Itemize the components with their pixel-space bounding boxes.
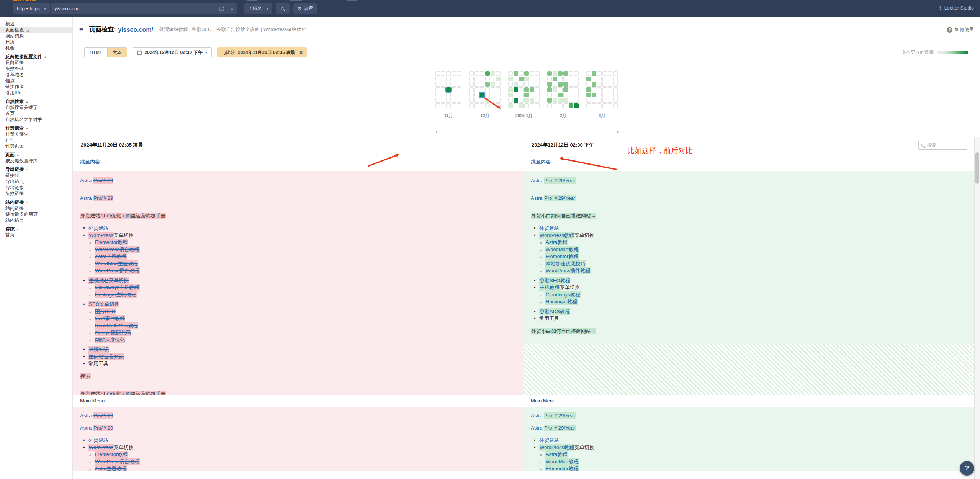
calendar-day-cell[interactable] bbox=[597, 71, 602, 76]
diff-run-add[interactable]: 网站加速优化技巧 bbox=[545, 260, 586, 267]
diff-run-add[interactable]: Cloudways教程 bbox=[545, 291, 581, 298]
diff-link[interactable]: Astra bbox=[80, 413, 93, 419]
sidebar-item-linked-authors[interactable]: 链接作者 bbox=[0, 84, 72, 90]
calendar-day-cell[interactable] bbox=[563, 98, 568, 103]
sidebar-item-organic-search[interactable]: 自然搜索▲ bbox=[0, 98, 72, 105]
calendar-day-cell[interactable] bbox=[608, 71, 612, 76]
calendar-day-cell[interactable] bbox=[602, 87, 607, 92]
inspected-domain-link[interactable]: ylsseo.com/ bbox=[118, 26, 153, 33]
calendar-day-cell[interactable] bbox=[441, 87, 445, 92]
diff-link[interactable]: 跳至内容 bbox=[80, 159, 100, 165]
calendar-day-cell[interactable] bbox=[435, 77, 440, 81]
sidebar-item-broken-backlinks[interactable]: 失效外链 bbox=[0, 66, 72, 72]
calendar-day-cell[interactable] bbox=[574, 71, 579, 76]
calendar-day-cell[interactable] bbox=[586, 103, 591, 108]
calendar-day-cell[interactable] bbox=[508, 71, 513, 76]
sidebar-item-ads[interactable]: 广告 bbox=[0, 137, 72, 143]
calendar-day-cell[interactable] bbox=[496, 103, 501, 108]
calendar-day-cell[interactable] bbox=[608, 93, 612, 97]
diff-run-add[interactable]: WoodMart教程 bbox=[545, 458, 579, 465]
calendar-day-cell[interactable] bbox=[519, 77, 524, 81]
calendar-day-cell[interactable] bbox=[452, 98, 456, 103]
calendar-day-cell[interactable] bbox=[597, 77, 602, 81]
calendar-day-cell[interactable] bbox=[553, 77, 557, 81]
calendar-day-cell[interactable] bbox=[558, 82, 563, 87]
calendar-day-cell[interactable] bbox=[530, 87, 534, 92]
calendar-day-cell[interactable] bbox=[508, 98, 513, 103]
looker-studio-link[interactable]: Looker Studio bbox=[937, 5, 974, 11]
diff-run-del[interactable]: Google跟踪代码 bbox=[95, 329, 131, 336]
sidebar-item-internal-links[interactable]: 站内链接▲ bbox=[0, 199, 72, 206]
calendar-day-cell[interactable] bbox=[535, 98, 540, 103]
calendar-day-cell[interactable] bbox=[485, 103, 490, 108]
calendar-day-cell[interactable] bbox=[435, 71, 440, 76]
calendar-day-cell[interactable] bbox=[514, 103, 518, 108]
calendar-day-cell[interactable] bbox=[535, 77, 540, 81]
calendar-day-cell[interactable] bbox=[446, 77, 451, 81]
calendar-day-cell[interactable] bbox=[535, 71, 540, 76]
calendar-day-cell[interactable] bbox=[496, 87, 501, 92]
calendar-day-cell[interactable] bbox=[435, 93, 440, 97]
sidebar-item-outgoing-links-item[interactable]: 导出链接 bbox=[0, 185, 72, 191]
diff-run-del[interactable]: 主机域名菜单切换 bbox=[88, 277, 129, 284]
calendar-day-cell[interactable] bbox=[569, 93, 573, 97]
calendar-day-cell[interactable] bbox=[524, 98, 529, 103]
calendar-day-cell[interactable] bbox=[452, 71, 456, 76]
calendar-day-cell[interactable] bbox=[602, 93, 607, 97]
calendar-day-cell[interactable] bbox=[558, 87, 563, 92]
sidebar-item-internal-anchors[interactable]: 站内锚点 bbox=[0, 217, 72, 224]
calendar-day-cell[interactable] bbox=[602, 98, 607, 103]
scope-dropdown[interactable]: 子域名 ▾ bbox=[244, 3, 272, 14]
calendar-day-cell[interactable] bbox=[597, 103, 602, 108]
calendar-day-cell[interactable] bbox=[446, 98, 451, 103]
calendar-day-cell[interactable] bbox=[508, 87, 513, 92]
calendar-day-cell[interactable] bbox=[592, 87, 596, 92]
diff-run-del[interactable]: WordPress bbox=[88, 444, 114, 451]
diff-link[interactable]: 外贸建站 bbox=[539, 437, 559, 443]
clear-url-icon[interactable]: × bbox=[231, 6, 234, 12]
calendar-day-cell[interactable] bbox=[558, 77, 563, 81]
calendar-day-cell[interactable] bbox=[491, 71, 495, 76]
calendar-day-cell[interactable] bbox=[519, 103, 524, 108]
calendar-day-cell[interactable] bbox=[446, 71, 451, 76]
external-link-icon[interactable] bbox=[219, 6, 224, 11]
calendar-day-cell[interactable] bbox=[435, 98, 440, 103]
diff-run-del[interactable]: WordPress后台教程 bbox=[95, 458, 140, 465]
calendar-day-cell[interactable] bbox=[613, 103, 618, 108]
calendar-day-cell[interactable] bbox=[547, 103, 552, 108]
calendar-day-cell[interactable] bbox=[608, 103, 612, 108]
calendar-day-cell[interactable] bbox=[469, 93, 474, 97]
calendar-day-cell[interactable] bbox=[574, 77, 579, 81]
calendar-day-cell[interactable] bbox=[446, 93, 451, 97]
calendar-day-cell[interactable] bbox=[547, 71, 552, 76]
vertical-scrollbar[interactable] bbox=[974, 137, 980, 479]
calendar-day-cell[interactable] bbox=[602, 82, 607, 87]
calendar-day-cell[interactable] bbox=[469, 71, 474, 76]
calendar-day-cell[interactable] bbox=[602, 103, 607, 108]
calendar-day-cell[interactable] bbox=[519, 82, 524, 87]
diff-run-add[interactable]: 主机教程 bbox=[539, 284, 560, 291]
calendar-day-cell[interactable] bbox=[592, 82, 596, 87]
calendar-day-cell[interactable] bbox=[485, 93, 490, 97]
diff-run-add[interactable]: WordPress插件教程 bbox=[545, 267, 591, 274]
calendar-day-cell[interactable] bbox=[592, 93, 596, 97]
calendar-day-cell[interactable] bbox=[547, 77, 552, 81]
sidebar-item-referring-ips[interactable]: 引用IPs bbox=[0, 90, 72, 96]
sidebar-item-pages[interactable]: 页面▲ bbox=[0, 152, 72, 158]
diff-run-add[interactable]: Elementor教程 bbox=[545, 465, 579, 471]
calendar-day-cell[interactable] bbox=[613, 98, 618, 103]
calendar-day-cell[interactable] bbox=[569, 71, 573, 76]
calendar-day-cell[interactable] bbox=[446, 82, 451, 87]
diff-run-del[interactable]: Pro/￥29 bbox=[93, 177, 113, 184]
sidebar-item-outgoing-links[interactable]: 导出链接▲ bbox=[0, 167, 72, 173]
calendar-day-cell[interactable] bbox=[514, 93, 518, 97]
calendar-day-cell[interactable] bbox=[558, 98, 563, 103]
calendar-day-cell[interactable] bbox=[485, 82, 490, 87]
diff-run-add[interactable]: Pro ￥29/Year bbox=[544, 177, 576, 184]
calendar-day-cell[interactable] bbox=[508, 93, 513, 97]
diff-run-add[interactable]: 谷歌SEO教程 bbox=[539, 277, 570, 284]
sidebar-item-most-linked[interactable]: 链接最多的网页 bbox=[0, 211, 72, 217]
calendar-day-cell[interactable] bbox=[553, 71, 557, 76]
diff-run-del[interactable]: WordPress bbox=[88, 232, 114, 239]
calendar-day-cell[interactable] bbox=[519, 87, 524, 92]
